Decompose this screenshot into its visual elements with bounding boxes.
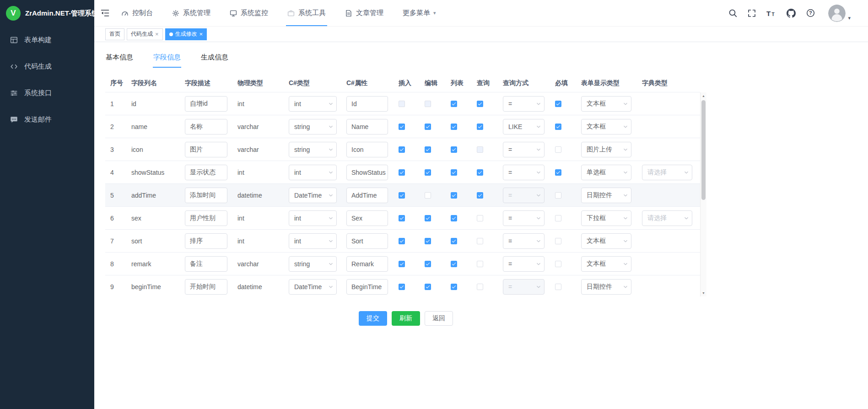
field-description-input[interactable]: 名称: [185, 119, 227, 135]
query-method-select[interactable]: =: [503, 233, 545, 249]
sidebar-item-3[interactable]: 发送邮件: [0, 106, 94, 133]
query-method-select[interactable]: =: [503, 96, 545, 112]
font-size-icon[interactable]: TT: [766, 9, 776, 17]
display-type-select[interactable]: 图片上传: [581, 142, 631, 157]
list-checkbox[interactable]: [451, 124, 457, 130]
github-icon[interactable]: [787, 9, 796, 18]
edit-checkbox[interactable]: [425, 192, 431, 199]
submit-button[interactable]: 提交: [359, 311, 387, 326]
insert-checkbox[interactable]: [399, 238, 405, 244]
csharp-type-select[interactable]: string: [289, 119, 337, 135]
tab-2[interactable]: 生成信息: [200, 52, 229, 68]
display-type-select[interactable]: 文本框: [581, 96, 631, 112]
tab-0[interactable]: 基本信息: [105, 52, 134, 68]
csharp-property-input[interactable]: Icon: [346, 142, 388, 157]
query-checkbox[interactable]: [477, 284, 483, 290]
edit-checkbox[interactable]: [425, 146, 431, 153]
edit-checkbox[interactable]: [425, 238, 431, 244]
field-description-input[interactable]: 备注: [185, 256, 227, 272]
display-type-select[interactable]: 日期控件: [581, 279, 631, 295]
query-checkbox[interactable]: [477, 124, 483, 130]
menu-fold-icon[interactable]: [101, 9, 109, 17]
display-type-select[interactable]: 单选框: [581, 165, 631, 180]
list-checkbox[interactable]: [451, 261, 457, 267]
scrollbar-thumb[interactable]: [701, 100, 706, 200]
insert-checkbox[interactable]: [399, 284, 405, 290]
list-checkbox[interactable]: [451, 215, 457, 221]
query-method-select[interactable]: =: [503, 142, 545, 157]
list-checkbox[interactable]: [451, 169, 457, 176]
list-checkbox[interactable]: [451, 238, 457, 244]
required-checkbox[interactable]: [555, 146, 561, 153]
query-method-select[interactable]: LIKE: [503, 119, 545, 135]
field-description-input[interactable]: 添加时间: [185, 188, 227, 203]
dict-type-select[interactable]: 请选择: [642, 210, 692, 226]
topnav-item-3[interactable]: 系统工具: [287, 0, 326, 26]
csharp-type-select[interactable]: DateTime: [289, 279, 337, 295]
required-checkbox[interactable]: [555, 192, 561, 199]
csharp-type-select[interactable]: int: [289, 233, 337, 249]
csharp-type-select[interactable]: DateTime: [289, 188, 337, 203]
topnav-item-4[interactable]: 文章管理: [345, 0, 383, 26]
display-type-select[interactable]: 文本框: [581, 233, 631, 249]
field-description-input[interactable]: 自增id: [185, 96, 227, 112]
csharp-type-select[interactable]: int: [289, 165, 337, 180]
csharp-property-input[interactable]: Sex: [346, 210, 388, 226]
csharp-property-input[interactable]: Name: [346, 119, 388, 135]
edit-checkbox[interactable]: [425, 261, 431, 267]
csharp-property-input[interactable]: ShowStatus: [346, 165, 388, 180]
query-method-select[interactable]: =: [503, 210, 545, 226]
field-description-input[interactable]: 用户性别: [185, 210, 227, 226]
required-checkbox[interactable]: [555, 169, 561, 176]
close-icon[interactable]: ×: [155, 31, 159, 37]
list-checkbox[interactable]: [451, 284, 457, 290]
sidebar-item-1[interactable]: 代码生成: [0, 53, 94, 80]
field-description-input[interactable]: 开始时间: [185, 279, 227, 295]
field-description-input[interactable]: 显示状态: [185, 165, 227, 180]
csharp-type-select[interactable]: string: [289, 142, 337, 157]
list-checkbox[interactable]: [451, 101, 457, 107]
insert-checkbox[interactable]: [399, 215, 405, 221]
table-scrollbar[interactable]: ▲ ▼: [700, 92, 706, 296]
query-checkbox[interactable]: [477, 101, 483, 107]
insert-checkbox[interactable]: [399, 261, 405, 267]
csharp-property-input[interactable]: Sort: [346, 233, 388, 249]
query-checkbox[interactable]: [477, 215, 483, 221]
csharp-property-input[interactable]: AddTime: [346, 188, 388, 203]
required-checkbox[interactable]: [555, 215, 561, 221]
display-type-select[interactable]: 日期控件: [581, 188, 631, 203]
tab-1[interactable]: 字段信息: [153, 52, 181, 68]
required-checkbox[interactable]: [555, 238, 561, 244]
tag-0[interactable]: 首页: [105, 28, 124, 40]
user-menu[interactable]: ▾: [828, 5, 851, 22]
query-checkbox[interactable]: [477, 192, 483, 199]
list-checkbox[interactable]: [451, 192, 457, 199]
field-description-input[interactable]: 排序: [185, 233, 227, 249]
close-icon[interactable]: ×: [199, 31, 203, 37]
csharp-property-input[interactable]: BeginTime: [346, 279, 388, 295]
csharp-property-input[interactable]: Remark: [346, 256, 388, 272]
insert-checkbox[interactable]: [399, 146, 405, 153]
refresh-button[interactable]: 刷新: [392, 311, 420, 326]
csharp-property-input[interactable]: Id: [346, 96, 388, 112]
display-type-select[interactable]: 文本框: [581, 119, 631, 135]
topnav-item-5[interactable]: 更多菜单▾: [403, 0, 436, 26]
query-checkbox[interactable]: [477, 169, 483, 176]
back-button[interactable]: 返回: [425, 311, 453, 326]
topnav-item-0[interactable]: 控制台: [121, 0, 153, 26]
insert-checkbox[interactable]: [399, 192, 405, 199]
edit-checkbox[interactable]: [425, 215, 431, 221]
insert-checkbox[interactable]: [399, 169, 405, 176]
display-type-select[interactable]: 下拉框: [581, 210, 631, 226]
topnav-item-2[interactable]: 系统监控: [230, 0, 268, 26]
topnav-item-1[interactable]: 系统管理: [172, 0, 210, 26]
scroll-down-icon[interactable]: ▼: [701, 290, 706, 296]
query-method-select[interactable]: =: [503, 165, 545, 180]
field-description-input[interactable]: 图片: [185, 142, 227, 157]
insert-checkbox[interactable]: [399, 124, 405, 130]
csharp-type-select[interactable]: string: [289, 256, 337, 272]
edit-checkbox[interactable]: [425, 284, 431, 290]
query-method-select[interactable]: =: [503, 256, 545, 272]
scroll-up-icon[interactable]: ▲: [701, 92, 706, 99]
required-checkbox[interactable]: [555, 261, 561, 267]
